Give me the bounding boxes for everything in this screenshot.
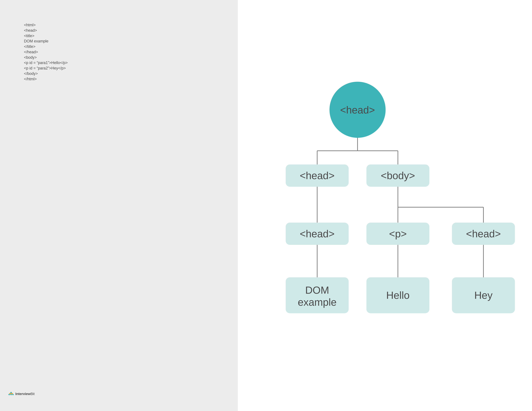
- tree-leaf-label: DOM: [305, 284, 329, 296]
- code-line: <p id = “para2”>Hey</p>: [24, 65, 238, 71]
- tree-leaf-label: Hello: [386, 290, 410, 301]
- code-line: </title>: [24, 44, 238, 49]
- code-line: DOM example: [24, 38, 238, 44]
- tree-node-label: <body>: [381, 170, 415, 181]
- tree-root-label: <head>: [340, 104, 375, 116]
- tree-node-label: <p>: [389, 228, 407, 239]
- brand-logo: InterviewBit: [8, 392, 35, 396]
- code-line: <body>: [24, 55, 238, 60]
- code-line: <head>: [24, 28, 238, 33]
- code-line: </html>: [24, 76, 238, 82]
- tree-node-label: <head>: [466, 228, 501, 239]
- code-line: <title>: [24, 33, 238, 39]
- tree-node-label: <head>: [300, 170, 334, 181]
- tree-node-label: <head>: [300, 228, 334, 239]
- code-line: </body>: [24, 71, 238, 76]
- dom-tree-diagram: <head> <head> <body> <head> <p> <head> D…: [238, 0, 532, 411]
- brand-logo-text: InterviewBit: [15, 392, 35, 396]
- code-block: <html> <head> <title> DOM example </titl…: [24, 22, 238, 82]
- code-panel: <html> <head> <title> DOM example </titl…: [0, 0, 238, 411]
- brand-logo-icon: [8, 392, 14, 396]
- brand-name-bold: Interview: [15, 392, 30, 396]
- tree-leaf-label: Hey: [474, 290, 493, 301]
- tree-panel: <head> <head> <body> <head> <p> <head> D…: [238, 0, 532, 411]
- code-line: <p id = “para1”>Hello</p>: [24, 60, 238, 65]
- code-line: <html>: [24, 22, 238, 28]
- brand-name-regular: Bit: [30, 392, 35, 396]
- tree-leaf-label: example: [298, 297, 337, 308]
- code-line: </head>: [24, 49, 238, 55]
